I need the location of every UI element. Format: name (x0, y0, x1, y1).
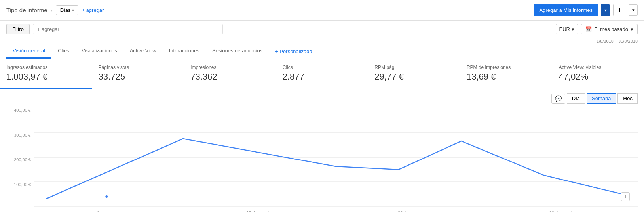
download-arrow-button[interactable]: ▾ (629, 4, 638, 16)
x-label-29ago: 29 de agosto (549, 210, 575, 212)
x-label-15ago: 15 de agosto (246, 210, 272, 212)
metric-rpm-pag[interactable]: RPM pág. 29,77 € (368, 59, 460, 89)
x-label-8ago: 8 de agosto (97, 210, 120, 212)
filter-bar-left: Filtro (6, 24, 556, 34)
chevron-down-icon: ▾ (631, 26, 633, 32)
chart-plot (34, 108, 638, 207)
metric-label-active-view: Active View: visibles (559, 65, 638, 70)
tab-active-view[interactable]: Active View (123, 44, 163, 59)
metric-ingresos[interactable]: Ingresos estimados 1.003,97 € (0, 59, 92, 89)
period-semana-button[interactable]: Semana (587, 93, 616, 104)
metrics-row: Ingresos estimados 1.003,97 € Páginas vi… (0, 59, 644, 89)
add-report-arrow-button[interactable]: ▾ (601, 4, 610, 16)
metric-label-paginas: Páginas vistas (99, 65, 178, 70)
zoom-plus-button[interactable]: + (621, 192, 630, 201)
top-bar: Tipo de informe › Días ▾ + agregar Agreg… (0, 0, 644, 21)
x-label-22ago: 22 de agosto (398, 210, 423, 212)
metric-active-view[interactable]: Active View: visibles 47,02% (552, 59, 644, 89)
comment-button[interactable]: 💬 (551, 94, 565, 104)
days-button[interactable]: Días ▾ (56, 5, 79, 15)
tab-sesiones[interactable]: Sesiones de anuncios (206, 44, 269, 59)
date-range-text: 1/8/2018 – 31/8/2018 (0, 39, 644, 44)
chart-svg (34, 108, 638, 207)
metric-value-clics: 2.877 (283, 72, 362, 82)
metric-label-ingresos: Ingresos estimados (6, 65, 85, 70)
chart-container: 100,00 € 200,00 € 300,00 € 400,00 € 8 d (6, 108, 638, 212)
calendar-icon: 📅 (585, 26, 592, 32)
add-report-button[interactable]: Agregar a Mis informes (534, 4, 598, 16)
metric-label-rpm-imp: RPM de impresiones (467, 65, 546, 70)
tabs-bar: Visión general Clics Visualizaciones Act… (0, 44, 644, 59)
tab-visualizaciones[interactable]: Visualizaciones (75, 44, 123, 59)
tab-vision-general[interactable]: Visión general (6, 44, 51, 59)
y-label-100: 100,00 € (6, 182, 34, 187)
y-label-400: 400,00 € (6, 108, 34, 113)
metric-value-rpm-imp: 13,69 € (467, 72, 546, 82)
metric-impresiones[interactable]: Impresiones 73.362 (184, 59, 276, 89)
add-link[interactable]: + agregar (82, 7, 104, 13)
metric-paginas[interactable]: Páginas vistas 33.725 (92, 59, 184, 89)
period-mes-button[interactable]: Mes (617, 93, 638, 104)
tab-clics[interactable]: Clics (51, 44, 75, 59)
metric-label-clics: Clics (283, 65, 362, 70)
x-axis: 8 de agosto 15 de agosto 22 de agosto 29… (34, 207, 638, 212)
period-dia-button[interactable]: Día (567, 93, 585, 104)
chart-datapoint (105, 195, 108, 198)
metric-rpm-imp[interactable]: RPM de impresiones 13,69 € (460, 59, 553, 89)
chevron-down-icon: ▾ (72, 8, 74, 12)
date-range-button[interactable]: 📅 El mes pasado ▾ (581, 24, 638, 34)
metric-value-impresiones: 73.362 (190, 72, 270, 82)
chart-area: 100,00 € 200,00 € 300,00 € 400,00 € 8 d (0, 108, 644, 212)
download-button[interactable]: ⬇ (613, 4, 626, 16)
tab-personalizada[interactable]: + Personalizada (269, 44, 319, 58)
filter-button[interactable]: Filtro (6, 24, 30, 34)
metric-value-ingresos: 1.003,97 € (6, 72, 85, 82)
currency-select[interactable]: EUR ▾ (556, 24, 578, 34)
metric-label-rpm-pag: RPM pág. (374, 65, 454, 70)
y-axis: 100,00 € 200,00 € 300,00 € 400,00 € (6, 108, 34, 207)
metric-clics[interactable]: Clics 2.877 (276, 59, 369, 89)
top-bar-right: Agregar a Mis informes ▾ ⬇ ▾ (534, 4, 638, 16)
y-label-200: 200,00 € (6, 157, 34, 162)
chevron-down-icon: ▾ (572, 26, 574, 32)
report-type-label: Tipo de informe (6, 7, 47, 13)
top-bar-left: Tipo de informe › Días ▾ + agregar (6, 5, 104, 15)
y-label-300: 300,00 € (6, 133, 34, 138)
date-range-label: El mes pasado (594, 26, 628, 32)
metric-label-impresiones: Impresiones (190, 65, 270, 70)
filter-bar: Filtro EUR ▾ 📅 El mes pasado ▾ (0, 21, 644, 38)
download-icon: ⬇ (617, 7, 622, 13)
chart-controls: 💬 Día Semana Mes (0, 89, 644, 108)
filter-input[interactable] (33, 24, 223, 34)
breadcrumb-sep: › (51, 7, 53, 13)
metric-value-paginas: 33.725 (99, 72, 178, 82)
metric-value-active-view: 47,02% (559, 72, 638, 82)
currency-label: EUR (559, 26, 570, 32)
filter-bar-right: EUR ▾ 📅 El mes pasado ▾ (556, 24, 638, 34)
tab-interacciones[interactable]: Interacciones (163, 44, 206, 59)
chart-line (46, 139, 626, 199)
metric-value-rpm-pag: 29,77 € (374, 72, 454, 82)
